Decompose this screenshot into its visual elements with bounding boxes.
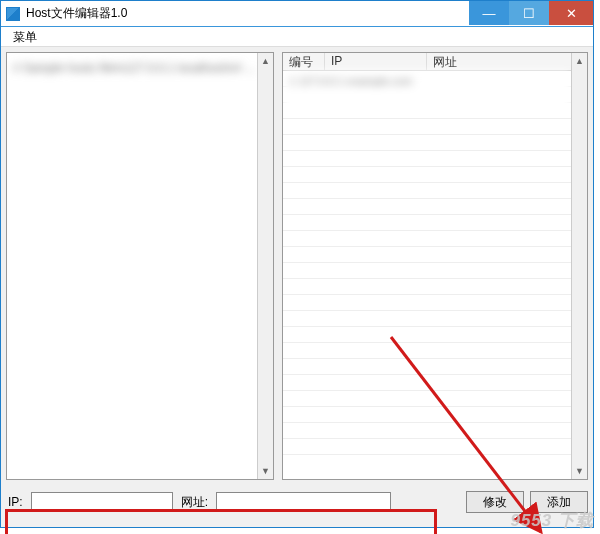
maximize-icon: ☐ bbox=[523, 7, 535, 20]
client-area: # Sample hosts file\n127.0.0.1 localhost… bbox=[1, 47, 593, 527]
table-row[interactable] bbox=[283, 295, 587, 311]
left-scrollbar[interactable]: ▲ ▼ bbox=[257, 53, 273, 479]
ip-label: IP: bbox=[6, 495, 25, 509]
app-window: Host文件编辑器1.0 — ☐ ✕ 菜单 # Sample hosts fil… bbox=[0, 0, 594, 528]
left-text-preview: # Sample hosts file\n127.0.0.1 localhost… bbox=[7, 53, 273, 84]
url-label: 网址: bbox=[179, 494, 210, 511]
table-row[interactable] bbox=[283, 359, 587, 375]
table-row[interactable] bbox=[283, 199, 587, 215]
window-controls: — ☐ ✕ bbox=[469, 1, 593, 25]
table-row[interactable] bbox=[283, 439, 587, 455]
table-row[interactable] bbox=[283, 407, 587, 423]
right-text-preview: 1 127.0.0.1 example.com bbox=[283, 71, 571, 111]
table-row[interactable] bbox=[283, 183, 587, 199]
table-row[interactable] bbox=[283, 375, 587, 391]
left-panel: # Sample hosts file\n127.0.0.1 localhost… bbox=[6, 52, 274, 480]
table-row[interactable] bbox=[283, 151, 587, 167]
minimize-icon: — bbox=[483, 7, 496, 20]
table-row[interactable] bbox=[283, 279, 587, 295]
panels: # Sample hosts file\n127.0.0.1 localhost… bbox=[6, 52, 588, 480]
table-row[interactable] bbox=[283, 311, 587, 327]
table-rows bbox=[283, 71, 587, 455]
table-row[interactable] bbox=[283, 231, 587, 247]
url-input[interactable] bbox=[216, 492, 391, 512]
scroll-down-icon[interactable]: ▼ bbox=[572, 463, 587, 479]
window-title: Host文件编辑器1.0 bbox=[26, 5, 127, 22]
form-row: IP: 网址: 修改 添加 bbox=[6, 483, 588, 521]
titlebar: Host文件编辑器1.0 — ☐ ✕ bbox=[1, 1, 593, 27]
table-header: 编号 IP 网址 bbox=[283, 53, 587, 71]
app-icon bbox=[6, 7, 20, 21]
table-row[interactable] bbox=[283, 119, 587, 135]
col-ip[interactable]: IP bbox=[325, 53, 427, 70]
col-number[interactable]: 编号 bbox=[283, 53, 325, 70]
minimize-button[interactable]: — bbox=[469, 1, 509, 25]
table-row[interactable] bbox=[283, 167, 587, 183]
table-row[interactable] bbox=[283, 263, 587, 279]
modify-button[interactable]: 修改 bbox=[466, 491, 524, 513]
table-row[interactable] bbox=[283, 423, 587, 439]
table-row[interactable] bbox=[283, 327, 587, 343]
scroll-down-icon[interactable]: ▼ bbox=[258, 463, 273, 479]
menu-item-main[interactable]: 菜单 bbox=[9, 29, 41, 46]
ip-input[interactable] bbox=[31, 492, 173, 512]
scroll-up-icon[interactable]: ▲ bbox=[572, 53, 587, 69]
table-row[interactable] bbox=[283, 247, 587, 263]
right-panel: 编号 IP 网址 1 127.0.0.1 example.com bbox=[282, 52, 588, 480]
close-button[interactable]: ✕ bbox=[549, 1, 593, 25]
maximize-button[interactable]: ☐ bbox=[509, 1, 549, 25]
menubar: 菜单 bbox=[1, 27, 593, 47]
table-row[interactable] bbox=[283, 215, 587, 231]
table-row[interactable] bbox=[283, 135, 587, 151]
table-row[interactable] bbox=[283, 391, 587, 407]
add-button[interactable]: 添加 bbox=[530, 491, 588, 513]
right-scrollbar[interactable]: ▲ ▼ bbox=[571, 53, 587, 479]
table-row[interactable] bbox=[283, 343, 587, 359]
close-icon: ✕ bbox=[566, 7, 577, 20]
scroll-up-icon[interactable]: ▲ bbox=[258, 53, 273, 69]
col-url[interactable]: 网址 bbox=[427, 53, 587, 70]
